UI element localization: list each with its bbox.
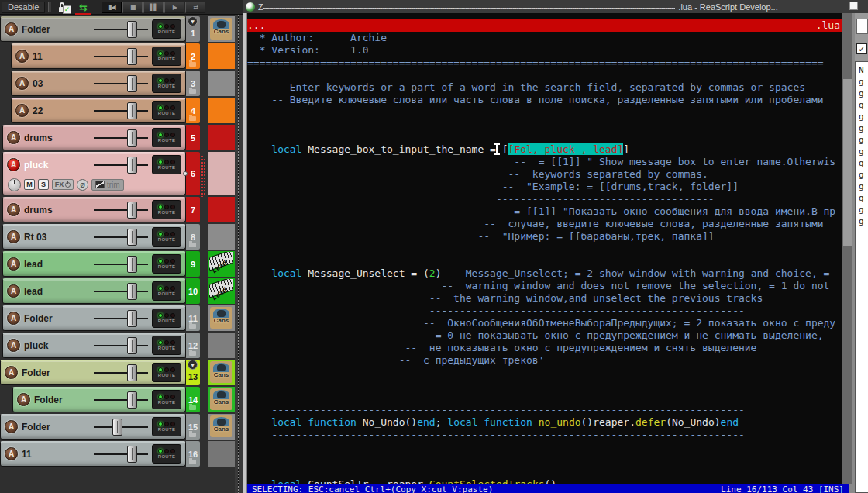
track-name[interactable]: Folder [24, 313, 101, 324]
track-panel[interactable]: A22ROUTE [11, 98, 186, 123]
loop-button[interactable]: ⇄ [185, 2, 205, 13]
track-panel[interactable]: AleadROUTE [2, 278, 186, 304]
auto-crossfade-button[interactable]: ⇆ [74, 1, 91, 14]
fx-button[interactable]: FX [52, 179, 74, 190]
track-color-strip[interactable]: Cans [208, 16, 235, 42]
volume-fader[interactable] [105, 48, 148, 65]
route-button[interactable]: ROUTE [152, 281, 181, 301]
track-color-strip[interactable]: Lead [208, 278, 235, 304]
record-arm-button[interactable]: A [16, 104, 29, 117]
track-row[interactable]: ApluckROUTE12 [0, 333, 235, 360]
fader-thumb[interactable] [127, 256, 137, 273]
track-name[interactable]: 11 [33, 51, 101, 62]
record-arm-button[interactable]: A [5, 447, 18, 460]
track-panel[interactable]: ApluckROUTEMSFXøtrim [2, 152, 186, 195]
code-editor[interactable]: ...-------------------------------------… [247, 13, 842, 484]
track-row[interactable]: AFolderROUTE14Cans [0, 387, 235, 414]
track-color-strip[interactable]: Cans [208, 360, 235, 385]
track-panel[interactable]: A11ROUTE [0, 441, 186, 467]
route-button[interactable]: ROUTE [152, 101, 181, 120]
track-row[interactable]: A11ROUTE16 [0, 441, 235, 468]
track-row[interactable]: AFolderROUTE13▼Cans [0, 360, 235, 387]
fader-thumb[interactable] [127, 75, 137, 92]
volume-fader[interactable] [105, 102, 148, 119]
track-name[interactable]: Folder [22, 367, 101, 378]
mute-button[interactable]: M [24, 179, 35, 190]
side-list-item[interactable]: g [859, 134, 868, 146]
record-arm-button[interactable]: A [5, 22, 18, 36]
route-button[interactable]: ROUTE [152, 254, 181, 274]
track-color-strip[interactable] [208, 224, 235, 250]
track-color-strip[interactable] [208, 197, 235, 222]
route-button[interactable]: ROUTE [152, 417, 181, 436]
fader-thumb[interactable] [127, 157, 137, 174]
side-list[interactable]: Nggggggggggggg [855, 61, 868, 493]
side-checkbox[interactable]: ✓ [856, 43, 867, 54]
phase-button[interactable]: ø [77, 179, 88, 191]
side-list-item[interactable]: g [859, 157, 868, 169]
track-number[interactable]: 3 [186, 71, 200, 96]
track-row[interactable]: AFolderROUTE15Cans [0, 414, 235, 441]
volume-fader[interactable] [105, 21, 148, 38]
play-button[interactable]: ▶ [164, 2, 184, 13]
track-color-strip[interactable] [208, 441, 235, 467]
track-row[interactable]: AdrumsROUTE5 [0, 125, 235, 152]
route-button[interactable]: ROUTE [152, 444, 181, 464]
side-list-item[interactable]: g [859, 111, 868, 122]
track-panel[interactable]: A11ROUTE [11, 43, 186, 69]
track-name[interactable]: Folder [22, 24, 101, 35]
fader-thumb[interactable] [127, 229, 137, 246]
volume-fader[interactable] [105, 364, 148, 381]
track-row[interactable]: AleadROUTE10Lead [0, 278, 235, 305]
volume-fader[interactable] [105, 202, 148, 219]
record-arm-button[interactable]: A [5, 366, 18, 379]
track-number[interactable]: 5 [186, 125, 200, 150]
track-number[interactable]: 8 [186, 224, 200, 250]
record-arm-button[interactable]: A [7, 203, 20, 216]
track-color-strip[interactable]: Cans [208, 387, 235, 412]
fader-thumb[interactable] [127, 283, 137, 300]
track-row[interactable]: AleadROUTE9Lead [0, 251, 235, 278]
volume-fader[interactable] [105, 129, 148, 147]
side-input-box[interactable] [856, 19, 868, 34]
record-arm-button[interactable]: A [7, 230, 20, 243]
fader-thumb[interactable] [127, 391, 137, 409]
side-list-item[interactable]: g [859, 146, 868, 157]
track-panel[interactable]: AFolderROUTE [12, 387, 186, 412]
track-panel[interactable]: AFolderROUTE [2, 305, 186, 331]
fader-thumb[interactable] [127, 310, 137, 327]
route-button[interactable]: ROUTE [152, 19, 181, 39]
side-list-item[interactable]: g [859, 76, 868, 88]
track-panel[interactable]: AleadROUTE [2, 251, 186, 277]
route-button[interactable]: ROUTE [152, 128, 181, 147]
track-name[interactable]: pluck [24, 160, 101, 171]
route-button[interactable]: ROUTE [152, 47, 181, 66]
scrollbar-thumb[interactable] [843, 79, 852, 246]
route-button[interactable]: ROUTE [152, 390, 181, 409]
track-number[interactable]: 10 [186, 278, 200, 304]
track-name[interactable]: 22 [33, 105, 101, 116]
side-list-item[interactable]: g [859, 99, 868, 111]
track-name[interactable]: lead [24, 259, 101, 270]
track-name[interactable]: 03 [33, 78, 101, 89]
fader-thumb[interactable] [127, 102, 137, 119]
track-row[interactable]: AdrumsROUTE7 [0, 197, 235, 224]
record-arm-button[interactable]: A [7, 339, 20, 352]
fader-thumb[interactable] [127, 202, 137, 219]
fader-thumb[interactable] [127, 337, 137, 354]
track-row[interactable]: ARt 03ROUTE8 [0, 224, 235, 251]
side-list-item[interactable]: g [859, 215, 868, 227]
stop-button[interactable]: ■ [122, 2, 143, 13]
track-name[interactable]: lead [24, 286, 101, 297]
volume-fader[interactable] [105, 283, 148, 300]
record-arm-button[interactable]: A [7, 158, 20, 171]
track-number[interactable]: 6 [186, 152, 200, 195]
track-number[interactable]: 14 [186, 387, 200, 412]
track-number[interactable]: 12 [186, 333, 200, 358]
record-arm-button[interactable]: A [16, 77, 29, 90]
track-panel[interactable]: AdrumsROUTE [2, 197, 186, 222]
side-list-item[interactable]: g [859, 88, 868, 99]
volume-fader[interactable] [105, 157, 148, 174]
window-button[interactable] [849, 2, 858, 10]
route-button[interactable]: ROUTE [152, 74, 181, 93]
